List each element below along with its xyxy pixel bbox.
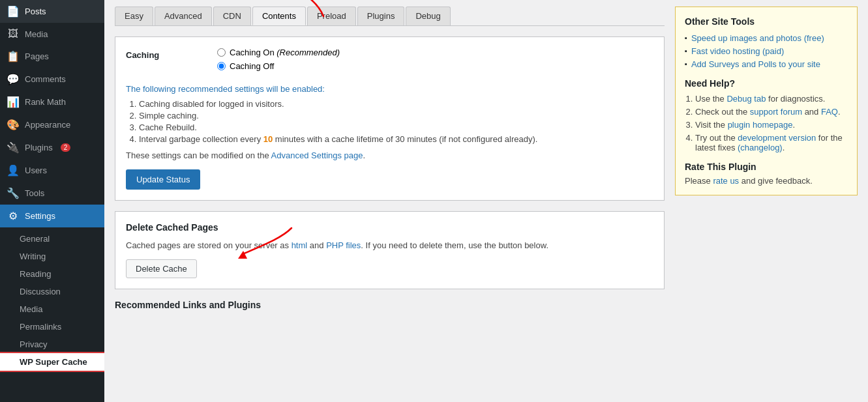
- delete-cache-button[interactable]: Delete Cache: [126, 259, 197, 278]
- sidebar-sub-general[interactable]: General: [0, 230, 104, 248]
- sidebar-item-users[interactable]: 👤 Users: [0, 159, 104, 182]
- sidebar-item-posts[interactable]: 📄 Posts: [0, 0, 104, 23]
- settings-icon: ⚙: [7, 210, 20, 222]
- rate-plugin-title: Rate This Plugin: [685, 162, 848, 172]
- sidebar-label-users: Users: [25, 165, 47, 175]
- caching-section: Caching Caching On (Recommended) Caching…: [115, 36, 665, 201]
- recommended-links-section: Recommended Links and Plugins: [115, 300, 665, 310]
- need-help-item-3: Visit the plugin homepage.: [695, 120, 848, 130]
- need-help-list: Use the Debug tab for diagnostics. Check…: [695, 94, 848, 152]
- users-icon: 👤: [7, 164, 20, 177]
- sidebar-panel: Other Site Tools Speed up images and pho…: [675, 7, 858, 395]
- rec-item-3: Cache Rebuild.: [139, 122, 653, 132]
- sidebar-sub-privacy[interactable]: Privacy: [0, 336, 104, 353]
- html-link[interactable]: html: [292, 240, 308, 250]
- tab-preload[interactable]: Preload: [307, 7, 356, 25]
- media-icon: 🖼: [7, 28, 20, 40]
- interval-minutes: 10: [263, 134, 273, 144]
- rec-item-1: Caching disabled for logged in visitors.: [139, 99, 653, 109]
- sidebar-sub-writing[interactable]: Writing: [0, 248, 104, 265]
- sidebar-sub-wp-super-cache[interactable]: WP Super Cache: [0, 353, 104, 371]
- comments-icon: 💬: [7, 73, 20, 85]
- support-forum-link[interactable]: support forum: [750, 107, 802, 117]
- sidebar-label-plugins: Plugins: [25, 143, 53, 152]
- caching-label: Caching: [126, 50, 159, 60]
- rate-plugin-text: Please rate us and give feedback.: [685, 176, 848, 186]
- tab-easy[interactable]: Easy: [115, 7, 153, 25]
- sidebar-sub-discussion[interactable]: Discussion: [0, 283, 104, 300]
- debug-tab-link[interactable]: Debug tab: [726, 94, 766, 104]
- other-tools-list: Speed up images and photos (free) Fast v…: [685, 33, 848, 69]
- sidebar-item-settings[interactable]: ⚙ Settings: [0, 205, 104, 227]
- pages-icon: 📋: [7, 50, 20, 63]
- need-help-box: Need Help? Use the Debug tab for diagnos…: [685, 78, 848, 152]
- posts-icon: 📄: [7, 5, 20, 18]
- caching-on-label: Caching On (Recommended): [230, 48, 340, 57]
- tool-box: Other Site Tools Speed up images and pho…: [675, 7, 858, 195]
- sidebar-item-plugins[interactable]: 🔌 Plugins 2: [0, 136, 104, 159]
- caching-off-option[interactable]: Caching Off: [217, 61, 340, 71]
- sidebar-sub-media[interactable]: Media: [0, 300, 104, 318]
- other-tools-item-3: Add Surveys and Polls to your site: [685, 59, 848, 69]
- recommended-links-title: Recommended Links and Plugins: [115, 300, 665, 310]
- delete-cache-title: Delete Cached Pages: [126, 222, 653, 233]
- sidebar-item-comments[interactable]: 💬 Comments: [0, 68, 104, 91]
- sidebar-sub-permalinks[interactable]: Permalinks: [0, 318, 104, 336]
- delete-cache-desc: Cached pages are stored on your server a…: [126, 240, 653, 250]
- other-tools-item-1: Speed up images and photos (free): [685, 33, 848, 43]
- need-help-item-1: Use the Debug tab for diagnostics.: [695, 94, 848, 104]
- need-help-item-2: Check out the support forum and FAQ.: [695, 107, 848, 117]
- rec-item-2: Simple caching.: [139, 111, 653, 121]
- dev-version-link[interactable]: development version: [738, 133, 816, 143]
- sidebar-label-rank-math: Rank Math: [25, 97, 66, 107]
- tab-contents[interactable]: Contents: [252, 7, 306, 25]
- caching-on-option[interactable]: Caching On (Recommended): [217, 48, 340, 57]
- sidebar-label-comments: Comments: [25, 74, 66, 84]
- settings-submenu: General Writing Reading Discussion Media…: [0, 230, 104, 371]
- sidebar-sub-reading[interactable]: Reading: [0, 265, 104, 283]
- rank-math-icon: 📊: [7, 96, 20, 108]
- plugin-homepage-link[interactable]: plugin homepage: [728, 120, 793, 130]
- appearance-icon: 🎨: [7, 119, 20, 131]
- caching-off-radio[interactable]: [217, 62, 226, 70]
- sidebar-item-tools[interactable]: 🔧 Tools: [0, 182, 104, 205]
- lifetime-minutes: 30: [395, 134, 404, 144]
- tools-icon: 🔧: [7, 187, 20, 199]
- tab-cdn[interactable]: CDN: [213, 7, 251, 25]
- content-area: Easy Advanced CDN Contents Preload Plugi…: [115, 7, 665, 395]
- tab-debug[interactable]: Debug: [406, 7, 450, 25]
- sidebar-label-settings: Settings: [25, 211, 55, 221]
- sidebar-item-media[interactable]: 🖼 Media: [0, 23, 104, 45]
- other-tools-item-2: Fast video hosting (paid): [685, 46, 848, 56]
- tab-plugins[interactable]: Plugins: [357, 7, 405, 25]
- sidebar-item-pages[interactable]: 📋 Pages: [0, 45, 104, 68]
- speed-up-images-link[interactable]: Speed up images and photos (free): [691, 33, 824, 43]
- caching-info-text: The following recommended settings will …: [126, 84, 653, 94]
- sidebar-label-media: Media: [25, 29, 48, 39]
- settings-note: These settings can be modified on the Ad…: [126, 151, 653, 160]
- recommendations-list: Caching disabled for logged in visitors.…: [139, 99, 653, 144]
- update-status-button[interactable]: Update Status: [126, 169, 200, 190]
- sidebar-label-pages: Pages: [25, 51, 49, 61]
- sidebar-label-posts: Posts: [25, 7, 46, 16]
- plugins-icon: 🔌: [7, 141, 20, 154]
- sidebar-item-rank-math[interactable]: 📊 Rank Math: [0, 91, 104, 113]
- delete-cache-section: Delete Cached Pages Cached pages are sto…: [115, 211, 665, 289]
- advanced-settings-link[interactable]: Advanced Settings page: [271, 151, 363, 160]
- faq-link[interactable]: FAQ: [821, 107, 838, 117]
- caching-off-label: Caching Off: [230, 61, 274, 71]
- rate-plugin-box: Rate This Plugin Please rate us and give…: [685, 162, 848, 186]
- sidebar-item-appearance[interactable]: 🎨 Appearance: [0, 113, 104, 136]
- php-link[interactable]: PHP files: [326, 240, 361, 250]
- rate-us-link[interactable]: rate us: [713, 176, 739, 186]
- sidebar-label-appearance: Appearance: [25, 120, 70, 130]
- caching-on-radio[interactable]: [217, 48, 226, 57]
- sidebar: 📄 Posts 🖼 Media 📋 Pages 💬 Comments 📊 Ran…: [0, 0, 104, 402]
- plugins-badge: 2: [61, 143, 71, 152]
- surveys-polls-link[interactable]: Add Surveys and Polls to your site: [691, 59, 820, 69]
- sidebar-label-tools: Tools: [25, 188, 44, 198]
- tab-advanced[interactable]: Advanced: [155, 7, 212, 25]
- changelog-link[interactable]: (changelog): [738, 143, 783, 152]
- fast-video-link[interactable]: Fast video hosting (paid): [691, 46, 784, 56]
- tabs-bar: Easy Advanced CDN Contents Preload Plugi…: [115, 7, 665, 26]
